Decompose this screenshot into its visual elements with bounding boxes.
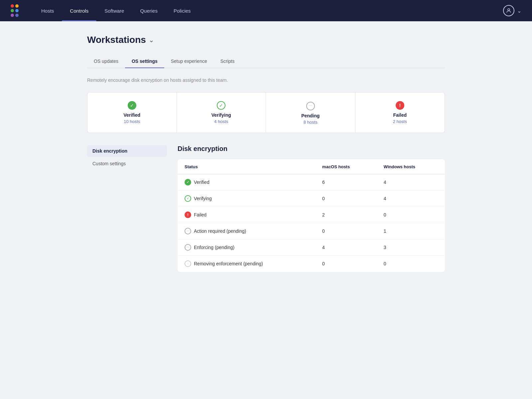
row-verified-label: Verified [194,180,209,185]
nav-links: Hosts Controls Software Queries Policies [33,0,503,21]
row-action-icon: ⋯ [185,228,191,234]
row-verifying-icon: ✓ [185,195,191,202]
pending-icon: ⋯ [271,100,350,110]
logo-dot-purple [11,14,14,17]
user-menu[interactable]: ⌄ [503,5,521,16]
page-title: Workstations [87,35,146,45]
verifying-icon: ✓ [182,100,261,110]
row-failed-label: Failed [194,212,206,217]
logo-dot-blue [15,9,19,12]
row-action-label: Action required (pending) [194,228,246,234]
row-failed-icon: ! [185,211,191,218]
row-status-verified: ✓ Verified [178,174,316,190]
nav-controls[interactable]: Controls [62,0,96,21]
row-status-failed: ! Failed [178,206,316,223]
failed-icon: ! [361,100,440,110]
row-status-action: ⋯ Action required (pending) [178,223,316,239]
row-macos-4: 4 [316,239,377,255]
title-dropdown-icon[interactable]: ⌄ [149,36,154,44]
row-macos-3: 0 [316,223,377,239]
row-windows-1: 4 [377,190,445,206]
app-logo [11,4,20,17]
logo-dot-yellow [15,4,19,8]
verifying-label: Verifying [182,112,261,118]
page-title-row: Workstations ⌄ [87,35,445,45]
tab-os-settings[interactable]: OS settings [125,55,164,68]
row-removing-icon: ○ [185,260,191,267]
status-cards: ✓ Verified 10 hosts ✓ Verifying 4 hosts … [87,92,445,133]
nav-software[interactable]: Software [96,0,132,21]
logo-dot-red [11,4,14,8]
main-content: Workstations ⌄ OS updates OS settings Se… [76,21,456,285]
chevron-down-icon: ⌄ [517,8,521,14]
row-windows-3: 1 [377,223,445,239]
verified-count: 10 hosts [93,119,171,124]
nav-policies[interactable]: Policies [166,0,199,21]
verified-icon: ✓ [93,100,171,110]
row-status-enforcing: ⋯ Enforcing (pending) [178,239,316,255]
row-removing-label: Removing enforcement (pending) [194,261,263,266]
col-windows: Windows hosts [377,159,445,174]
table-row[interactable]: ✓ Verified 6 4 [178,174,445,190]
row-macos-5: 0 [316,255,377,272]
row-windows-4: 3 [377,239,445,255]
col-macos: macOS hosts [316,159,377,174]
row-windows-5: 0 [377,255,445,272]
failed-label: Failed [361,112,440,118]
row-windows-0: 4 [377,174,445,190]
table-row[interactable]: ⋯ Action required (pending) 0 1 [178,223,445,239]
tab-setup-experience[interactable]: Setup experience [164,55,214,68]
table-section: Disk encryption Status macOS hosts Windo… [178,145,445,272]
table-row[interactable]: ○ Removing enforcement (pending) 0 0 [178,255,445,272]
row-enforcing-label: Enforcing (pending) [194,245,234,250]
table-row[interactable]: ✓ Verifying 0 4 [178,190,445,206]
failed-count: 2 hosts [361,119,440,124]
svg-point-0 [508,9,510,11]
status-card-failed[interactable]: ! Failed 2 hosts [355,92,445,133]
status-card-pending[interactable]: ⋯ Pending 8 hosts [266,92,355,133]
sidebar-item-custom-settings[interactable]: Custom settings [87,158,167,170]
row-status-verifying: ✓ Verifying [178,190,316,206]
tabs: OS updates OS settings Setup experience … [87,55,445,68]
row-windows-2: 0 [377,206,445,223]
verifying-count: 4 hosts [182,119,261,124]
row-verified-icon: ✓ [185,179,191,186]
avatar [503,5,514,16]
row-enforcing-icon: ⋯ [185,244,191,251]
disk-encryption-table: Status macOS hosts Windows hosts ✓ Verif… [178,159,445,272]
row-verifying-label: Verifying [194,196,212,201]
status-card-verifying[interactable]: ✓ Verifying 4 hosts [177,92,266,133]
logo-dot-green [11,9,14,12]
table-row[interactable]: ! Failed 2 0 [178,206,445,223]
sidebar: Disk encryption Custom settings [87,145,167,272]
status-card-verified[interactable]: ✓ Verified 10 hosts [87,92,177,133]
table-row[interactable]: ⋯ Enforcing (pending) 4 3 [178,239,445,255]
tab-os-updates[interactable]: OS updates [87,55,125,68]
table-title: Disk encryption [178,145,445,153]
main-layout: Disk encryption Custom settings Disk enc… [87,145,445,272]
row-macos-1: 0 [316,190,377,206]
row-macos-0: 6 [316,174,377,190]
nav-queries[interactable]: Queries [132,0,166,21]
pending-label: Pending [271,113,350,118]
logo-dot-indigo [15,14,19,17]
page-description: Remotely encourage disk encryption on ho… [87,77,445,83]
navbar: Hosts Controls Software Queries Policies… [0,0,532,21]
row-status-removing: ○ Removing enforcement (pending) [178,255,316,272]
row-macos-2: 2 [316,206,377,223]
col-status: Status [178,159,316,174]
verified-label: Verified [93,112,171,118]
pending-count: 8 hosts [271,120,350,125]
sidebar-item-disk-encryption[interactable]: Disk encryption [87,145,167,157]
nav-hosts[interactable]: Hosts [33,0,62,21]
tab-scripts[interactable]: Scripts [214,55,241,68]
